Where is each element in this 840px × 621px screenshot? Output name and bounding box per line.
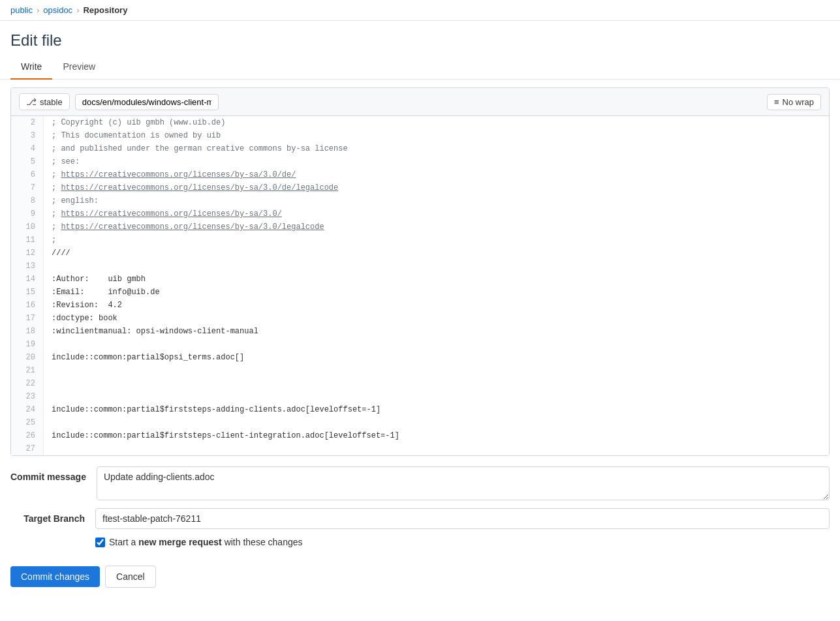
- tab-preview[interactable]: Preview: [52, 55, 106, 80]
- line-content: ;: [44, 234, 829, 247]
- page-header: Edit file: [0, 21, 840, 55]
- breadcrumb-repository: Repository: [83, 5, 127, 15]
- merge-request-checkbox[interactable]: [95, 538, 105, 547]
- line-number: 8: [11, 194, 44, 207]
- actions-row: Commit changes Cancel: [0, 558, 840, 598]
- line-number: 3: [11, 129, 44, 142]
- breadcrumb-opsidoc[interactable]: opsidoc: [43, 5, 72, 15]
- line-content: :doctype: book: [44, 312, 829, 325]
- line-number: 4: [11, 142, 44, 155]
- table-row: 17:doctype: book: [11, 312, 829, 325]
- target-branch-row: Target Branch: [10, 508, 830, 529]
- line-number: 13: [11, 260, 44, 273]
- line-number: 15: [11, 286, 44, 299]
- line-number: 21: [11, 364, 44, 377]
- target-branch-input[interactable]: [95, 508, 830, 529]
- line-content: ; This documentation is owned by uib: [44, 129, 829, 142]
- table-row: 27: [11, 442, 829, 455]
- line-content: include::common:partial$opsi_terms.adoc[…: [44, 351, 829, 364]
- table-row: 16:Revision: 4.2: [11, 299, 829, 312]
- tab-write[interactable]: Write: [10, 55, 52, 80]
- commit-message-input[interactable]: [97, 466, 830, 500]
- line-content: ////: [44, 247, 829, 260]
- line-number: 17: [11, 312, 44, 325]
- line-content: [44, 338, 829, 351]
- line-number: 20: [11, 351, 44, 364]
- line-number: 9: [11, 207, 44, 220]
- no-wrap-button[interactable]: ≡ No wrap: [767, 94, 821, 110]
- table-row: 7; https://creativecommons.org/licenses/…: [11, 181, 829, 194]
- line-content: [44, 442, 829, 455]
- line-content: [44, 260, 829, 273]
- line-number: 10: [11, 220, 44, 234]
- breadcrumb: public › opsidoc › Repository: [0, 0, 840, 21]
- table-row: 24include::common:partial$firststeps-add…: [11, 403, 829, 416]
- line-number: 23: [11, 390, 44, 403]
- line-number: 16: [11, 299, 44, 312]
- merge-text-bold: new merge request: [138, 537, 222, 547]
- line-number: 12: [11, 247, 44, 260]
- branch-name: stable: [40, 97, 63, 107]
- table-row: 5; see:: [11, 155, 829, 168]
- table-row: 4; and published under the german creati…: [11, 142, 829, 155]
- line-content: [44, 377, 829, 390]
- editor-container: ⎇ stable ≡ No wrap 2; Copyright (c) uib …: [10, 87, 830, 456]
- line-content: :Author: uib gmbh: [44, 273, 829, 286]
- line-content: include::common:partial$firststeps-addin…: [44, 403, 829, 416]
- line-content: include::common:partial$firststeps-clien…: [44, 429, 829, 442]
- line-content: ; english:: [44, 194, 829, 207]
- line-number: 6: [11, 168, 44, 181]
- breadcrumb-sep-2: ›: [76, 5, 79, 15]
- line-number: 19: [11, 338, 44, 351]
- target-branch-label: Target Branch: [10, 508, 95, 524]
- table-row: 15:Email: info@uib.de: [11, 286, 829, 299]
- table-row: 9; https://creativecommons.org/licenses/…: [11, 207, 829, 220]
- merge-text-end: with these changes: [225, 537, 303, 547]
- line-content: ; https://creativecommons.org/licenses/b…: [44, 168, 829, 181]
- merge-text-start: Start a: [109, 537, 136, 547]
- merge-request-row: Start a new merge request with these cha…: [10, 537, 830, 547]
- line-number: 11: [11, 234, 44, 247]
- line-number: 2: [11, 116, 44, 129]
- toolbar-left: ⎇ stable: [19, 93, 219, 110]
- line-number: 27: [11, 442, 44, 455]
- commit-message-label: Commit message: [10, 466, 97, 482]
- editor-toolbar: ⎇ stable ≡ No wrap: [11, 88, 829, 116]
- commit-changes-button[interactable]: Commit changes: [10, 566, 100, 587]
- table-row: 18:winclientmanual: opsi-windows-client-…: [11, 325, 829, 338]
- line-number: 18: [11, 325, 44, 338]
- line-content: ; Copyright (c) uib gmbh (www.uib.de): [44, 116, 829, 129]
- table-row: 13: [11, 260, 829, 273]
- no-wrap-icon: ≡: [774, 97, 779, 107]
- line-content: ; https://creativecommons.org/licenses/b…: [44, 181, 829, 194]
- breadcrumb-sep-1: ›: [37, 5, 39, 15]
- line-number: 24: [11, 403, 44, 416]
- line-number: 5: [11, 155, 44, 168]
- table-row: 10; https://creativecommons.org/licenses…: [11, 220, 829, 234]
- table-row: 22: [11, 377, 829, 390]
- table-row: 12////: [11, 247, 829, 260]
- table-row: 19: [11, 338, 829, 351]
- table-row: 6; https://creativecommons.org/licenses/…: [11, 168, 829, 181]
- table-row: 21: [11, 364, 829, 377]
- table-row: 3; This documentation is owned by uib: [11, 129, 829, 142]
- line-number: 26: [11, 429, 44, 442]
- breadcrumb-public[interactable]: public: [10, 5, 33, 15]
- table-row: 23: [11, 390, 829, 403]
- cancel-button[interactable]: Cancel: [105, 566, 156, 588]
- line-number: 22: [11, 377, 44, 390]
- line-content: :Revision: 4.2: [44, 299, 829, 312]
- branch-badge[interactable]: ⎇ stable: [19, 93, 70, 110]
- line-number: 25: [11, 416, 44, 429]
- line-number: 14: [11, 273, 44, 286]
- line-content: :winclientmanual: opsi-windows-client-ma…: [44, 325, 829, 338]
- no-wrap-label: No wrap: [783, 97, 814, 107]
- table-row: 26include::common:partial$firststeps-cli…: [11, 429, 829, 442]
- table-row: 20include::common:partial$opsi_terms.ado…: [11, 351, 829, 364]
- merge-request-label[interactable]: Start a new merge request with these cha…: [109, 537, 303, 547]
- file-path-input[interactable]: [75, 94, 219, 110]
- code-editor[interactable]: 2; Copyright (c) uib gmbh (www.uib.de)3;…: [11, 116, 829, 455]
- line-content: ; and published under the german creativ…: [44, 142, 829, 155]
- table-row: 8; english:: [11, 194, 829, 207]
- line-number: 7: [11, 181, 44, 194]
